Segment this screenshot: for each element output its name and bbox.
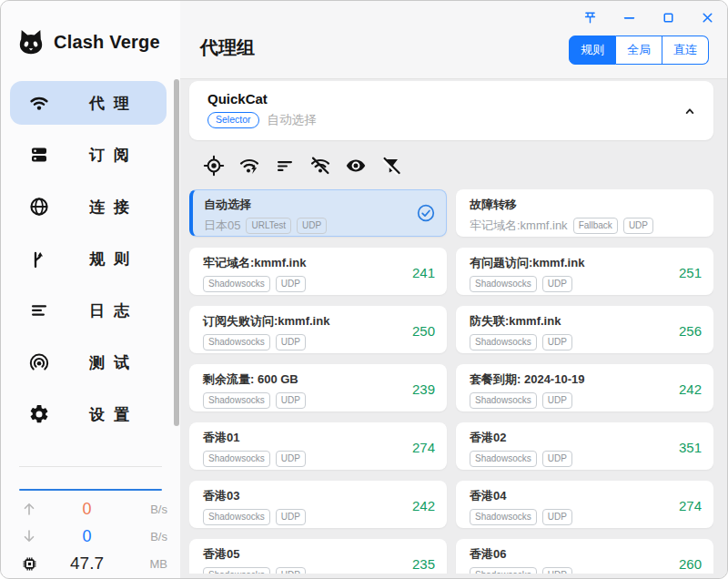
app-logo: Clash Verge [15,28,160,56]
delay-hide-icon[interactable] [308,154,331,177]
filter-off-icon[interactable] [379,154,402,177]
proxy-tag: Shadowsocks [203,392,270,409]
proxy-name: 自动选择 [204,197,435,213]
sidebar-item-logs[interactable]: 日志 [10,289,167,332]
proxy-delay[interactable]: 242 [679,381,702,397]
app-title: Clash Verge [54,32,160,53]
proxy-delay[interactable]: 239 [412,381,435,397]
proxy-tag: UDP [623,218,653,234]
delay-test-icon[interactable] [238,154,260,177]
group-meta: Selector 自动选择 [207,112,317,128]
locate-icon[interactable] [202,154,225,177]
visibility-icon[interactable] [344,154,367,177]
proxy-card[interactable]: 香港02 ShadowsocksUDP 351 [456,422,713,470]
proxy-meta: ShadowsocksUDP [470,334,703,350]
proxy-card[interactable]: 故障转移 牢记域名:kmmf.ink FallbackUDP [456,189,713,237]
sidebar-item-label: 设置 [52,404,167,425]
proxy-card[interactable]: 自动选择 日本05 URLTestUDP [189,189,447,237]
proxy-tag: UDP [542,567,572,574]
gear-icon [28,403,52,425]
sidebar-item-label: 订阅 [52,145,167,166]
download-speed-unit: B/s [131,530,167,543]
wifi-icon [28,92,52,114]
proxy-tag: Shadowsocks [470,509,537,525]
proxy-card[interactable]: 防失联:kmmf.ink ShadowsocksUDP 256 [456,306,713,353]
proxy-card[interactable]: 有问题访问:kmmf.ink ShadowsocksUDP 251 [456,248,713,295]
proxy-name: 剩余流量: 600 GB [203,371,436,388]
sidebar-item-proxies[interactable]: 代理 [10,81,167,125]
sidebar-item-test[interactable]: 测试 [10,340,167,384]
proxy-meta: ShadowsocksUDP [470,509,703,525]
upload-speed-value: 0 [43,500,131,519]
log-lines-icon [28,300,52,321]
memory-chip-icon [21,555,43,573]
proxy-delay[interactable]: 274 [412,440,435,455]
chevron-up-icon[interactable] [681,102,699,120]
sidebar-item-connections[interactable]: 连接 [10,185,167,229]
proxy-card[interactable]: 香港03 ShadowsocksUDP 242 [189,481,447,528]
upload-row: 0 B/s [1,495,180,523]
proxy-card[interactable]: 套餐到期: 2024-10-19 ShadowsocksUDP 242 [456,364,713,411]
window-controls [581,8,716,26]
proxy-delay[interactable]: 242 [412,498,435,513]
proxy-list-viewport: 自动选择 日本05 URLTestUDP 故障转移 牢记域名:kmmf.ink … [189,189,713,574]
traffic-panel: 0 B/s 0 B/s [1,495,180,577]
proxy-meta: ShadowsocksUDP [203,392,436,409]
proxy-card[interactable]: 订阅失败访问:kmmf.ink ShadowsocksUDP 250 [189,306,447,353]
sidebar-item-settings[interactable]: 设置 [10,392,167,436]
sidebar-item-label: 连接 [52,197,167,218]
proxy-group-card[interactable]: QuickCat Selector 自动选择 [189,81,713,140]
proxy-tag: Fallback [573,218,618,234]
proxy-tag: UDP [276,334,306,350]
proxy-name: 香港04 [470,488,703,504]
proxy-delay[interactable]: 260 [679,556,702,572]
proxy-delay[interactable]: 241 [412,265,435,280]
pin-button[interactable] [581,8,599,26]
sidebar-menu: 代理 订阅 [10,81,167,444]
selected-check-icon [416,203,436,223]
fork-right-icon [28,248,52,269]
app-window: Clash Verge 代理 [0,0,728,579]
mode-global-button[interactable]: 全局 [616,36,662,65]
memory-row[interactable]: 47.7 MB [1,550,180,577]
proxy-name: 香港03 [203,488,436,504]
proxy-delay[interactable]: 256 [679,323,702,339]
proxy-delay[interactable]: 251 [679,265,702,280]
proxy-meta: 日本05 URLTestUDP [204,218,435,234]
proxy-card[interactable]: 牢记域名:kmmf.ink ShadowsocksUDP 241 [189,248,447,295]
proxy-name: 防失联:kmmf.ink [470,313,703,330]
mode-rule-button[interactable]: 规则 [569,36,616,65]
proxy-delay[interactable]: 351 [679,440,702,455]
proxy-name: 故障转移 [470,197,703,213]
proxy-name: 香港06 [470,546,703,563]
arrow-down-icon [21,528,43,544]
proxy-meta: ShadowsocksUDP [470,276,703,292]
proxy-name: 香港05 [203,546,436,563]
proxy-tag: Shadowsocks [470,567,537,574]
proxy-delay[interactable]: 235 [412,556,435,572]
scrollbar-thumb[interactable] [174,79,179,426]
proxy-card[interactable]: 香港05 ShadowsocksUDP 235 [189,539,447,574]
sidebar-item-label: 规则 [52,249,167,269]
sidebar-item-rules[interactable]: 规则 [10,237,167,280]
proxy-tag: Shadowsocks [470,392,537,409]
proxy-delay[interactable]: 250 [412,323,435,339]
proxy-meta: ShadowsocksUDP [203,509,436,525]
proxy-meta: 牢记域名:kmmf.ink FallbackUDP [470,218,703,234]
proxy-delay[interactable]: 274 [679,498,702,513]
proxy-card[interactable]: 香港04 ShadowsocksUDP 274 [456,481,713,528]
sidebar-item-profiles[interactable]: 订阅 [10,133,167,177]
proxy-card[interactable]: 香港06 ShadowsocksUDP 260 [456,539,713,574]
sort-icon[interactable] [273,154,296,177]
sidebar-item-label: 日志 [52,300,167,321]
download-row: 0 B/s [1,523,180,550]
minimize-button[interactable] [620,8,638,26]
proxy-meta: ShadowsocksUDP [470,392,703,409]
close-button[interactable] [698,8,716,26]
group-type-badge: Selector [207,112,259,128]
mode-direct-button[interactable]: 直连 [662,36,709,65]
proxy-card[interactable]: 剩余流量: 600 GB ShadowsocksUDP 239 [189,364,447,411]
maximize-button[interactable] [659,8,677,26]
proxy-name: 有问题访问:kmmf.ink [470,255,703,271]
proxy-card[interactable]: 香港01 ShadowsocksUDP 274 [189,422,447,470]
